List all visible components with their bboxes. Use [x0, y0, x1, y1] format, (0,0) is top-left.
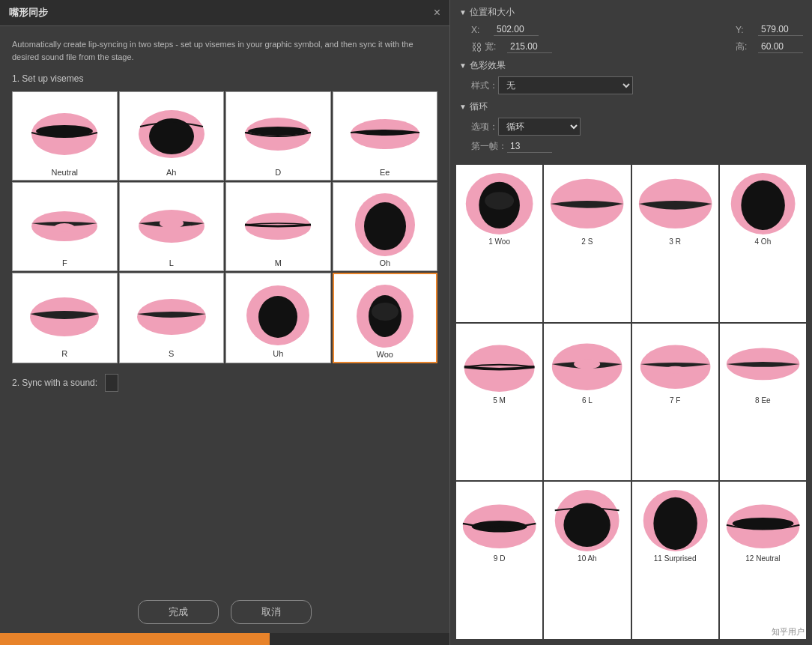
- position-size-section: ▼ 位置和大小 X: 502.00 Y: 579.00 ⛓ 宽: 215.00 …: [459, 6, 803, 53]
- viseme-s[interactable]: S: [119, 273, 225, 363]
- right-panel: ▼ 位置和大小 X: 502.00 Y: 579.00 ⛓ 宽: 215.00 …: [449, 0, 812, 645]
- sync-sound-select[interactable]: [105, 374, 118, 392]
- viseme-ah[interactable]: Ah: [119, 91, 225, 181]
- h-value[interactable]: 60.00: [758, 40, 803, 53]
- svg-point-30: [574, 359, 600, 369]
- viseme-img-uh: [237, 276, 319, 348]
- viseme-r-label: R: [61, 349, 67, 358]
- viseme-uh[interactable]: Uh: [225, 273, 331, 363]
- frame-label-2: 2 S: [581, 237, 593, 246]
- viseme-neutral[interactable]: Neutral: [12, 91, 118, 181]
- position-row: X: 502.00 Y: 579.00: [459, 23, 803, 36]
- viseme-ee[interactable]: Ee: [333, 91, 438, 181]
- color-section: ▼ 色彩效果 样式： 无: [459, 59, 803, 94]
- viseme-img-ee: [344, 95, 426, 166]
- frame-img-1: [459, 168, 539, 235]
- dialog-buttons: 完成 取消: [0, 591, 449, 633]
- viseme-woo[interactable]: Woo: [333, 273, 438, 363]
- svg-point-23: [485, 192, 514, 209]
- dialog-panel: 嘴形同步 × Automatically create lip-syncing …: [0, 0, 449, 645]
- frame-3-r[interactable]: 3 R: [632, 165, 718, 322]
- frame-img-7: [635, 327, 715, 394]
- viseme-ah-label: Ah: [166, 168, 176, 177]
- frame-9-d[interactable]: 9 D: [456, 482, 542, 639]
- frame-label-9: 9 D: [494, 554, 506, 563]
- frame-label-1: 1 Woo: [488, 237, 510, 246]
- position-size-header: ▼ 位置和大小: [459, 6, 803, 19]
- frame-img-8: [723, 327, 803, 394]
- triangle-icon: ▼: [459, 8, 467, 16]
- viseme-d[interactable]: D: [225, 91, 331, 181]
- viseme-img-ah: [130, 95, 213, 166]
- frame-2-s[interactable]: 2 S: [544, 165, 630, 322]
- h-label: 高:: [736, 40, 758, 53]
- color-header: ▼ 色彩效果: [459, 59, 803, 72]
- w-label: 宽:: [485, 40, 507, 53]
- viseme-img-m: [237, 186, 319, 257]
- step1-label: 1. Set up visemes: [12, 73, 437, 84]
- frame-label-11: 11 Surprised: [654, 554, 697, 563]
- viseme-m[interactable]: M: [225, 182, 331, 271]
- frame-6-l[interactable]: 6 L: [544, 324, 630, 481]
- dialog-content: Automatically create lip-syncing in two …: [0, 26, 449, 591]
- frame-img-5: [459, 327, 539, 394]
- y-value[interactable]: 579.00: [758, 23, 803, 36]
- viseme-d-label: D: [275, 168, 281, 177]
- viseme-oh[interactable]: Oh: [333, 182, 438, 271]
- frame-10-ah[interactable]: 10 Ah: [544, 482, 630, 639]
- confirm-button[interactable]: 完成: [138, 600, 219, 624]
- frame-1-woo[interactable]: 1 Woo: [456, 165, 542, 322]
- frame-img-4: [723, 168, 803, 235]
- loop-option-select[interactable]: 循环: [498, 118, 581, 136]
- viseme-f-label: F: [62, 258, 67, 267]
- frame-12-neutral[interactable]: 12 Neutral: [720, 482, 806, 639]
- cancel-button[interactable]: 取消: [231, 600, 312, 624]
- style-label: 样式：: [471, 79, 498, 92]
- sync-label: 2. Sync with a sound:: [12, 378, 97, 388]
- frame-img-3: [635, 168, 715, 235]
- size-row: ⛓ 宽: 215.00 高: 60.00: [459, 40, 803, 53]
- viseme-img-s: [130, 276, 213, 348]
- triangle-icon2: ▼: [459, 61, 467, 70]
- viseme-f[interactable]: F: [12, 182, 118, 271]
- svg-point-20: [372, 303, 399, 321]
- svg-point-32: [664, 366, 685, 373]
- first-frame-label: 第一帧：: [471, 140, 507, 153]
- loop-option-row: 选项： 循环: [459, 118, 803, 136]
- loop-option-label: 选项：: [471, 121, 498, 133]
- viseme-img-r: [23, 276, 106, 348]
- triangle-icon3: ▼: [459, 103, 467, 111]
- frame-label-4: 4 Oh: [755, 237, 772, 246]
- position-size-label: 位置和大小: [470, 6, 515, 19]
- dialog-description: Automatically create lip-syncing in two …: [12, 38, 437, 63]
- loop-header: ▼ 循环: [459, 100, 803, 113]
- style-select[interactable]: 无: [498, 76, 633, 94]
- frame-img-10: [547, 485, 627, 552]
- frame-11-surprised[interactable]: 11 Surprised: [632, 482, 718, 639]
- svg-point-39: [653, 497, 697, 550]
- close-button[interactable]: ×: [434, 7, 440, 19]
- viseme-img-l: [130, 186, 213, 257]
- viseme-r[interactable]: R: [12, 273, 118, 363]
- x-value[interactable]: 502.00: [494, 23, 539, 36]
- spacer: [539, 25, 736, 35]
- color-label: 色彩效果: [470, 59, 506, 72]
- frame-5-m[interactable]: 5 M: [456, 324, 542, 481]
- viseme-l[interactable]: L: [119, 182, 225, 271]
- svg-point-17: [258, 296, 297, 338]
- loop-section: ▼ 循环 选项： 循环 第一帧： 13: [459, 100, 803, 153]
- dialog-titlebar: 嘴形同步 ×: [0, 0, 449, 26]
- frame-img-12: [723, 485, 803, 552]
- svg-point-8: [54, 223, 75, 232]
- frame-img-9: [459, 485, 539, 552]
- w-value[interactable]: 215.00: [507, 40, 552, 53]
- viseme-m-label: M: [275, 258, 282, 267]
- first-frame-value[interactable]: 13: [507, 140, 552, 153]
- frame-8-ee[interactable]: 8 Ee: [720, 324, 806, 481]
- viseme-woo-label: Woo: [377, 350, 393, 359]
- frame-img-11: [635, 485, 715, 552]
- frame-7-f[interactable]: 7 F: [632, 324, 718, 481]
- frame-4-oh[interactable]: 4 Oh: [720, 165, 806, 322]
- spacer2: [552, 42, 736, 52]
- frame-label-10: 10 Ah: [578, 554, 597, 563]
